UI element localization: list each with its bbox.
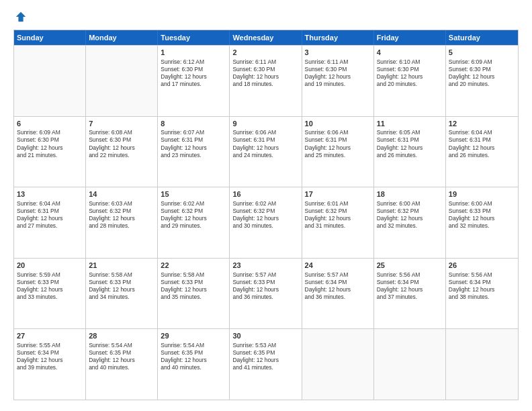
calendar-cell: 10Sunrise: 6:06 AM Sunset: 6:31 PM Dayli… — [302, 117, 374, 187]
day-info: Sunrise: 6:12 AM Sunset: 6:30 PM Dayligh… — [161, 58, 226, 88]
calendar-cell: 5Sunrise: 6:09 AM Sunset: 6:30 PM Daylig… — [446, 46, 518, 116]
day-info: Sunrise: 5:54 AM Sunset: 6:35 PM Dayligh… — [161, 342, 226, 371]
day-number: 19 — [449, 189, 515, 199]
calendar-header-day: Wednesday — [230, 30, 302, 45]
day-number: 28 — [89, 331, 154, 341]
calendar-cell: 7Sunrise: 6:08 AM Sunset: 6:30 PM Daylig… — [86, 117, 158, 187]
day-number: 26 — [449, 261, 515, 271]
logo-icon — [15, 11, 27, 23]
calendar-cell: 13Sunrise: 6:04 AM Sunset: 6:31 PM Dayli… — [14, 187, 86, 258]
calendar-cell: 3Sunrise: 6:11 AM Sunset: 6:30 PM Daylig… — [302, 46, 374, 116]
day-info: Sunrise: 5:53 AM Sunset: 6:35 PM Dayligh… — [232, 342, 298, 371]
day-info: Sunrise: 5:59 AM Sunset: 6:33 PM Dayligh… — [17, 271, 83, 301]
calendar-cell: 16Sunrise: 6:02 AM Sunset: 6:32 PM Dayli… — [230, 187, 302, 258]
calendar-week: 1Sunrise: 6:12 AM Sunset: 6:30 PM Daylig… — [14, 45, 518, 116]
day-number: 22 — [161, 261, 226, 271]
day-info: Sunrise: 5:58 AM Sunset: 6:33 PM Dayligh… — [89, 271, 154, 301]
day-number: 14 — [89, 189, 154, 199]
day-info: Sunrise: 6:01 AM Sunset: 6:32 PM Dayligh… — [305, 200, 371, 230]
day-number: 1 — [161, 48, 226, 58]
day-info: Sunrise: 6:00 AM Sunset: 6:33 PM Dayligh… — [449, 200, 515, 230]
calendar-cell: 25Sunrise: 5:56 AM Sunset: 6:34 PM Dayli… — [374, 259, 446, 329]
day-info: Sunrise: 5:57 AM Sunset: 6:34 PM Dayligh… — [305, 271, 371, 301]
day-number: 20 — [17, 261, 83, 271]
day-info: Sunrise: 6:09 AM Sunset: 6:30 PM Dayligh… — [449, 58, 515, 88]
calendar: SundayMondayTuesdayWednesdayThursdayFrid… — [13, 30, 519, 400]
day-number: 12 — [449, 119, 515, 129]
calendar-cell — [446, 329, 518, 400]
day-number: 23 — [232, 261, 298, 271]
day-number: 17 — [305, 189, 371, 199]
calendar-week: 20Sunrise: 5:59 AM Sunset: 6:33 PM Dayli… — [14, 258, 518, 329]
calendar-header: SundayMondayTuesdayWednesdayThursdayFrid… — [14, 30, 518, 45]
day-number: 4 — [377, 48, 443, 58]
day-info: Sunrise: 5:55 AM Sunset: 6:34 PM Dayligh… — [17, 342, 83, 371]
day-info: Sunrise: 5:58 AM Sunset: 6:33 PM Dayligh… — [161, 271, 226, 301]
day-info: Sunrise: 6:00 AM Sunset: 6:32 PM Dayligh… — [377, 200, 443, 230]
calendar-header-day: Tuesday — [158, 30, 230, 45]
day-info: Sunrise: 5:56 AM Sunset: 6:34 PM Dayligh… — [449, 271, 515, 301]
day-number: 24 — [305, 261, 371, 271]
calendar-week: 27Sunrise: 5:55 AM Sunset: 6:34 PM Dayli… — [14, 328, 518, 400]
day-number: 3 — [305, 48, 371, 58]
day-number: 9 — [232, 119, 298, 129]
calendar-week: 6Sunrise: 6:09 AM Sunset: 6:30 PM Daylig… — [14, 116, 518, 187]
calendar-cell: 27Sunrise: 5:55 AM Sunset: 6:34 PM Dayli… — [14, 329, 86, 400]
calendar-week: 13Sunrise: 6:04 AM Sunset: 6:31 PM Dayli… — [14, 187, 518, 258]
calendar-cell: 18Sunrise: 6:00 AM Sunset: 6:32 PM Dayli… — [374, 187, 446, 258]
calendar-cell: 28Sunrise: 5:54 AM Sunset: 6:35 PM Dayli… — [86, 329, 158, 400]
calendar-cell: 14Sunrise: 6:03 AM Sunset: 6:32 PM Dayli… — [86, 187, 158, 258]
day-info: Sunrise: 6:11 AM Sunset: 6:30 PM Dayligh… — [305, 58, 371, 88]
calendar-cell: 17Sunrise: 6:01 AM Sunset: 6:32 PM Dayli… — [302, 187, 374, 258]
day-number: 8 — [161, 119, 226, 129]
calendar-cell: 26Sunrise: 5:56 AM Sunset: 6:34 PM Dayli… — [446, 259, 518, 329]
day-number: 10 — [305, 119, 371, 129]
calendar-body: 1Sunrise: 6:12 AM Sunset: 6:30 PM Daylig… — [14, 45, 518, 400]
page-header — [13, 11, 519, 23]
calendar-header-day: Sunday — [14, 30, 86, 45]
day-info: Sunrise: 6:05 AM Sunset: 6:31 PM Dayligh… — [377, 129, 443, 158]
logo — [13, 11, 27, 23]
calendar-header-day: Saturday — [446, 30, 518, 45]
day-info: Sunrise: 6:11 AM Sunset: 6:30 PM Dayligh… — [232, 58, 298, 88]
calendar-cell: 29Sunrise: 5:54 AM Sunset: 6:35 PM Dayli… — [158, 329, 230, 400]
calendar-header-day: Thursday — [302, 30, 374, 45]
calendar-cell: 19Sunrise: 6:00 AM Sunset: 6:33 PM Dayli… — [446, 187, 518, 258]
calendar-cell: 9Sunrise: 6:06 AM Sunset: 6:31 PM Daylig… — [230, 117, 302, 187]
day-info: Sunrise: 6:04 AM Sunset: 6:31 PM Dayligh… — [449, 129, 515, 158]
day-number: 6 — [17, 119, 83, 129]
calendar-cell: 20Sunrise: 5:59 AM Sunset: 6:33 PM Dayli… — [14, 259, 86, 329]
day-info: Sunrise: 6:02 AM Sunset: 6:32 PM Dayligh… — [161, 200, 226, 230]
day-info: Sunrise: 6:09 AM Sunset: 6:30 PM Dayligh… — [17, 129, 83, 158]
calendar-cell — [86, 46, 158, 116]
day-number: 15 — [161, 189, 226, 199]
svg-marker-0 — [16, 12, 26, 21]
day-number: 2 — [232, 48, 298, 58]
day-info: Sunrise: 5:56 AM Sunset: 6:34 PM Dayligh… — [377, 271, 443, 301]
day-number: 16 — [232, 189, 298, 199]
calendar-header-day: Friday — [374, 30, 446, 45]
day-info: Sunrise: 6:10 AM Sunset: 6:30 PM Dayligh… — [377, 58, 443, 88]
day-number: 25 — [377, 261, 443, 271]
day-number: 18 — [377, 189, 443, 199]
calendar-cell: 6Sunrise: 6:09 AM Sunset: 6:30 PM Daylig… — [14, 117, 86, 187]
calendar-cell: 4Sunrise: 6:10 AM Sunset: 6:30 PM Daylig… — [374, 46, 446, 116]
day-number: 21 — [89, 261, 154, 271]
day-number: 30 — [232, 331, 298, 341]
calendar-cell: 8Sunrise: 6:07 AM Sunset: 6:31 PM Daylig… — [158, 117, 230, 187]
day-number: 5 — [449, 48, 515, 58]
calendar-header-day: Monday — [86, 30, 158, 45]
calendar-cell: 11Sunrise: 6:05 AM Sunset: 6:31 PM Dayli… — [374, 117, 446, 187]
day-info: Sunrise: 6:06 AM Sunset: 6:31 PM Dayligh… — [232, 129, 298, 158]
day-number: 11 — [377, 119, 443, 129]
calendar-cell: 24Sunrise: 5:57 AM Sunset: 6:34 PM Dayli… — [302, 259, 374, 329]
day-info: Sunrise: 6:06 AM Sunset: 6:31 PM Dayligh… — [305, 129, 371, 158]
calendar-cell — [302, 329, 374, 400]
day-number: 13 — [17, 189, 83, 199]
calendar-cell — [14, 46, 86, 116]
calendar-cell: 23Sunrise: 5:57 AM Sunset: 6:33 PM Dayli… — [230, 259, 302, 329]
day-number: 7 — [89, 119, 154, 129]
day-info: Sunrise: 6:07 AM Sunset: 6:31 PM Dayligh… — [161, 129, 226, 158]
calendar-cell: 12Sunrise: 6:04 AM Sunset: 6:31 PM Dayli… — [446, 117, 518, 187]
calendar-cell — [374, 329, 446, 400]
